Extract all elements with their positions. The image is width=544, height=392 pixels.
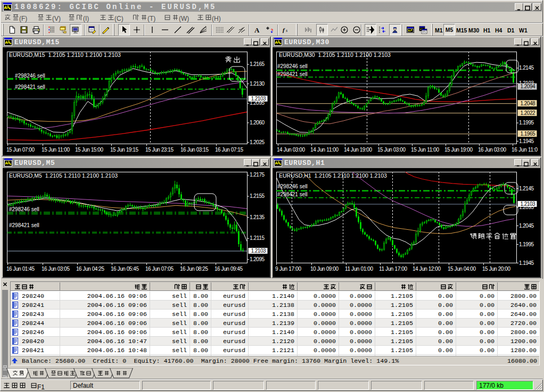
svg-text:1.2135: 1.2135 xyxy=(250,214,265,220)
svg-text:15 Jun 19:15: 15 Jun 19:15 xyxy=(110,147,138,153)
svg-text:1.2145: 1.2145 xyxy=(519,65,534,71)
svg-text:16 Jun 11:0: 16 Jun 11:0 xyxy=(512,147,538,153)
svg-text:1.2095: 1.2095 xyxy=(250,256,265,262)
svg-text:15 Jun 20:00: 15 Jun 20:00 xyxy=(482,266,510,272)
svg-text:14 Jun 12:00: 14 Jun 12:00 xyxy=(413,266,441,272)
svg-text:11 Jun 17:00: 11 Jun 17:00 xyxy=(379,266,407,272)
svg-text:16 Jun 09:45: 16 Jun 09:45 xyxy=(215,266,243,272)
svg-text:EURUSD,M15 1.2105 1.2110 1.21: EURUSD,M15 1.2105 1.2110 1.2100 1.2103 xyxy=(9,52,121,58)
svg-text:f: f xyxy=(283,27,285,33)
svg-text:#298246 sell: #298246 sell xyxy=(277,184,308,189)
svg-text:s: s xyxy=(286,28,287,33)
svg-text:1.1995: 1.1995 xyxy=(519,241,534,247)
svg-text:1.2115: 1.2115 xyxy=(250,235,265,241)
svg-text:15 Jun 11:00: 15 Jun 11:00 xyxy=(411,147,439,153)
svg-text:16 Jun 04:25: 16 Jun 04:25 xyxy=(76,266,104,272)
svg-text:16 Jun 01:45: 16 Jun 01:45 xyxy=(6,266,35,272)
svg-text:1.2165: 1.2165 xyxy=(250,61,265,67)
svg-text:15 Jun 03:00: 15 Jun 03:00 xyxy=(377,147,406,153)
svg-text:16 Jun 05:45: 16 Jun 05:45 xyxy=(111,266,139,272)
svg-text:EURUSD,H1 1.2105 1.2110 1.210: EURUSD,H1 1.2105 1.2110 1.2100 1.2103 xyxy=(279,172,387,179)
svg-text:1.2145: 1.2145 xyxy=(519,186,534,191)
svg-text:1.2094: 1.2094 xyxy=(521,84,535,89)
svg-text:#298421 sell: #298421 sell xyxy=(15,84,45,90)
svg-text:9 Jun 17:00: 9 Jun 17:00 xyxy=(275,266,301,272)
svg-text:15 Jun 15:00: 15 Jun 15:00 xyxy=(75,147,103,153)
svg-text:15 Jun 23:15: 15 Jun 23:15 xyxy=(145,147,174,153)
svg-text:#298246 sell: #298246 sell xyxy=(9,206,39,212)
svg-text:16 Jun 07:05: 16 Jun 07:05 xyxy=(145,266,174,272)
svg-text:EURUSD,M30 1.2105 1.2110 1.21: EURUSD,M30 1.2105 1.2110 1.2100 1.2103 xyxy=(279,52,391,58)
svg-text:1.2095: 1.2095 xyxy=(250,100,265,106)
svg-text:1.2045: 1.2045 xyxy=(519,223,534,229)
svg-text:16 Jun 07:15: 16 Jun 07:15 xyxy=(215,147,243,153)
svg-text:1.2103: 1.2103 xyxy=(521,201,535,207)
svg-text:16 Jun 03:00: 16 Jun 03:00 xyxy=(478,147,506,153)
svg-text:1.2175: 1.2175 xyxy=(250,172,265,178)
svg-text:14 Jun 19:00: 14 Jun 19:00 xyxy=(344,147,372,153)
svg-text:14 Jun 11:00: 14 Jun 11:00 xyxy=(310,147,339,153)
svg-text:16 Jun 08:25: 16 Jun 08:25 xyxy=(180,266,208,272)
svg-text:16 Jun 03:15: 16 Jun 03:15 xyxy=(180,147,209,153)
svg-text:#298421 sell: #298421 sell xyxy=(9,222,39,228)
svg-text:1.2060: 1.2060 xyxy=(250,120,265,126)
svg-text:1.1945: 1.1945 xyxy=(519,260,534,266)
svg-text:1.1995: 1.1995 xyxy=(519,120,534,126)
svg-text:16 Jun 03:05: 16 Jun 03:05 xyxy=(42,266,70,272)
svg-text:1.1945: 1.1945 xyxy=(519,138,534,144)
svg-text:15 Jun 11:00: 15 Jun 11:00 xyxy=(42,147,70,153)
svg-text:1.2130: 1.2130 xyxy=(250,81,265,87)
svg-text:#298421 sell: #298421 sell xyxy=(277,191,308,197)
svg-text:15 Jun 19:00: 15 Jun 19:00 xyxy=(444,147,473,153)
svg-text:#298421 sell: #298421 sell xyxy=(277,71,308,77)
svg-text:1.2103: 1.2103 xyxy=(251,248,266,254)
svg-text:11 Jun 01:00: 11 Jun 01:00 xyxy=(345,266,373,272)
svg-text:A: A xyxy=(254,26,260,34)
svg-text:15 Jun 07:00: 15 Jun 07:00 xyxy=(6,147,35,153)
svg-text:14 Jun 03:00: 14 Jun 03:00 xyxy=(277,147,305,153)
svg-text:#298246 sell: #298246 sell xyxy=(277,63,308,69)
svg-text:10 Jun 09:00: 10 Jun 09:00 xyxy=(310,266,339,272)
svg-text:1.2048: 1.2048 xyxy=(521,101,535,106)
svg-text:#298246 sell: #298246 sell xyxy=(15,73,45,79)
svg-text:15 Jun 04:00: 15 Jun 04:00 xyxy=(448,266,476,272)
svg-text:1.1965: 1.1965 xyxy=(521,131,535,137)
svg-text:EURUSD,M5 1.2105 1.2110 1.210: EURUSD,M5 1.2105 1.2110 1.2100 1.2103 xyxy=(9,172,118,179)
svg-text:1.2022: 1.2022 xyxy=(521,110,535,116)
svg-text:1.2025: 1.2025 xyxy=(250,139,265,145)
svg-text:1.2155: 1.2155 xyxy=(250,193,265,199)
